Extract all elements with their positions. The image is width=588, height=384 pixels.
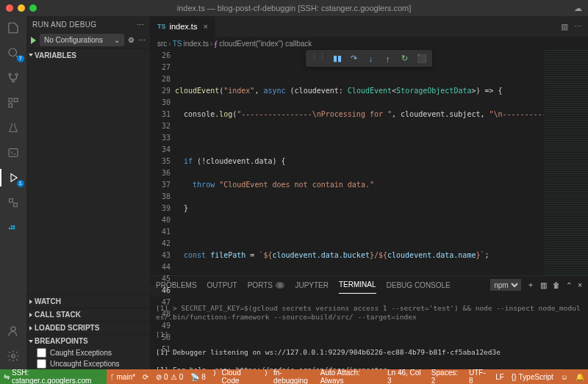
cloud-icon[interactable]: ☁ [574,4,582,13]
watch-section[interactable]: WATCH [26,294,150,308]
search-badge: 7 [17,55,24,62]
maximize-panel-icon[interactable]: ⌃ [566,281,572,289]
source-control-icon[interactable] [6,70,21,85]
remote-indicator[interactable]: ⇋SSH: cstanger.c.googlers.com [0,369,107,384]
svg-point-0 [9,48,17,57]
status-bar: ⇋SSH: cstanger.c.googlers.com ᚶ main* ⟳ … [0,369,588,384]
tab-output[interactable]: OUTPUT [207,276,237,294]
feedback-icon[interactable]: ☺ [557,369,572,384]
extensions-icon[interactable] [6,95,21,110]
debug-settings-icon[interactable]: ⚙ [128,36,135,44]
settings-icon[interactable] [6,349,21,363]
debug-more-icon[interactable]: ⋯ [138,36,146,44]
branch-indicator[interactable]: ᚶ main* [107,369,140,384]
run-debug-icon[interactable]: 1 [6,170,21,185]
restart-button[interactable]: ↻ [398,52,411,65]
tab-jupyter[interactable]: JUPYTER [295,276,329,294]
step-out-button[interactable]: ↑ [381,52,394,65]
eol-indicator[interactable]: LF [492,369,508,384]
minimize-window[interactable] [18,4,25,12]
terminal-content[interactable]: [1] > SECRET_API_KEY=$(gcloud secrets ve… [150,294,588,369]
testing-icon[interactable] [6,120,21,135]
svg-rect-8 [10,199,13,203]
docker-icon[interactable] [6,220,21,235]
auto-attach-status[interactable]: Auto Attach: Always [317,369,384,384]
window-title: index.ts — blog-post-cf-debuggin [SSH: c… [177,4,412,12]
editor-area: TSindex.ts× ▥ ⋯ src› TSindex.ts› ⨐cloudE… [150,16,588,369]
svg-point-11 [12,355,15,358]
cursor-position[interactable]: Ln 46, Col 3 [384,369,428,384]
minimap[interactable] [544,50,588,275]
editor-more-icon[interactable]: ⋯ [574,22,582,32]
kill-terminal-icon[interactable]: 🗑 [553,281,560,289]
tab-index-ts[interactable]: TSindex.ts× [150,16,216,37]
debug-toolbar[interactable]: ⋮⋮ ▮▮ ↷ ↓ ↑ ↻ ⬛ [306,50,432,67]
activity-bar: 7 1 [0,16,26,369]
svg-point-2 [15,73,18,76]
split-editor-icon[interactable]: ▥ [561,22,568,32]
errors-indicator[interactable]: ⊘ 0 ⚠ 0 [152,369,187,384]
bp-uncaught-checkbox[interactable] [37,359,46,369]
svg-rect-6 [9,104,12,107]
tab-debug-console[interactable]: DEBUG CONSOLE [387,276,451,294]
pause-button[interactable]: ▮▮ [331,52,343,65]
svg-rect-5 [14,98,18,102]
step-over-button[interactable]: ↷ [348,52,360,65]
cloud-code-icon[interactable] [6,195,21,210]
debug-badge: 1 [17,180,24,187]
new-terminal-icon[interactable]: ＋ [527,280,534,290]
line-gutter[interactable]: 2627282930313233343536373839404142434445… [150,50,175,275]
bottom-panel: PROBLEMS OUTPUT PORTS8 JUPYTER TERMINAL … [150,275,588,369]
drag-handle-icon[interactable]: ⋮⋮ [310,52,326,65]
tab-terminal[interactable]: TERMINAL [339,276,376,294]
notifications-icon[interactable]: 🔔 [572,369,588,384]
bp-caught-checkbox[interactable] [37,348,46,358]
bp-uncaught[interactable]: Uncaught Exceptions [26,358,150,369]
sync-indicator[interactable]: ⟳ [139,369,152,384]
svg-rect-4 [9,98,12,102]
breadcrumb[interactable]: src› TSindex.ts› ⨐cloudEvent("index") ca… [150,37,588,50]
indent-indicator[interactable]: Spaces: 2 [428,369,465,384]
ports-indicator[interactable]: 📡 8 [187,369,209,384]
terminal-shell-select[interactable]: npm [490,279,521,291]
window-controls [6,4,37,12]
step-into-button[interactable]: ↓ [365,52,377,65]
debug-config-select[interactable]: No Configurations⌄ [40,34,124,46]
svg-point-1 [9,73,11,76]
cloud-code-status[interactable]: ⟩_ Cloud Code [209,369,261,384]
language-indicator[interactable]: {} TypeScript [508,369,557,384]
loaded-scripts-section[interactable]: LOADED SCRIPTS [26,321,150,334]
terminal-icon[interactable] [6,145,21,160]
fn-debugging-status[interactable]: ⟩_ fn-debugging [261,369,317,384]
start-debug-button[interactable] [31,37,36,44]
titlebar: index.ts — blog-post-cf-debuggin [SSH: c… [0,0,588,16]
close-tab-icon[interactable]: × [203,22,207,31]
explorer-icon[interactable] [6,21,21,35]
variables-section[interactable]: VARIABLES [26,48,150,62]
encoding-indicator[interactable]: UTF-8 [465,369,492,384]
tab-ports[interactable]: PORTS8 [248,276,285,294]
debug-sidebar: RUN AND DEBUG⋯ No Configurations⌄ ⚙ ⋯ VA… [26,16,150,369]
split-terminal-icon[interactable]: ▥ [540,281,547,289]
svg-rect-9 [14,203,18,207]
maximize-window[interactable] [29,4,37,12]
close-panel-icon[interactable]: × [578,281,582,289]
callstack-section[interactable]: CALL STACK [26,308,150,321]
svg-point-10 [11,327,15,331]
bp-caught[interactable]: Caught Exceptions [26,347,150,358]
breakpoints-section[interactable]: BREAKPOINTS [26,334,150,347]
more-icon[interactable]: ⋯ [137,21,144,29]
accounts-icon[interactable] [6,324,21,338]
ports-badge: 8 [276,282,284,289]
search-icon[interactable]: 7 [6,46,21,60]
stop-button[interactable]: ⬛ [415,52,428,65]
close-window[interactable] [6,4,13,12]
tab-bar: TSindex.ts× ▥ ⋯ [150,16,588,37]
code-editor[interactable]: cloudEvent("index", async (cloudevent: C… [175,50,544,275]
svg-rect-7 [9,149,18,157]
svg-point-3 [12,80,15,82]
run-and-debug-title: RUN AND DEBUG [32,21,96,29]
